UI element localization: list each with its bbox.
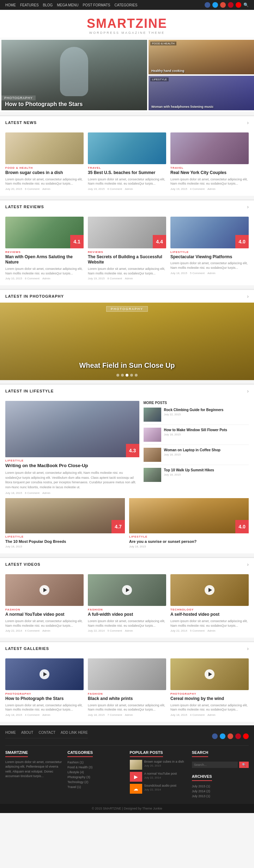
- news-item-3-image[interactable]: [170, 132, 249, 164]
- latest-videos-arrow[interactable]: ›: [247, 562, 249, 567]
- nav-categories[interactable]: CATEGORIES: [115, 3, 138, 7]
- lifestyle-side-item-4[interactable]: Top 10 Walk Up Summit Hikes July 18, 201…: [144, 468, 249, 485]
- nav-mega-menu[interactable]: MEGA MENU: [57, 3, 78, 7]
- gallery-item-1-image[interactable]: [5, 658, 84, 690]
- footer-youtube-icon[interactable]: [243, 733, 249, 739]
- video-play-btn-2[interactable]: [122, 585, 132, 595]
- review-item-3-image[interactable]: 4.0: [170, 217, 249, 248]
- footer-cat-4[interactable]: Photography (3): [67, 775, 124, 780]
- news-item-3-title[interactable]: Real New York City Couples: [170, 170, 249, 176]
- latest-lifestyle-arrow[interactable]: ›: [247, 388, 249, 394]
- footer-nav-about[interactable]: ABOUT: [21, 731, 33, 734]
- nav-post-formats[interactable]: POST FORMATS: [83, 3, 110, 7]
- video-item-2-title[interactable]: A full-width video post: [88, 612, 166, 618]
- footer-archive-3[interactable]: July 2013 (1): [192, 794, 249, 799]
- gallery-item-1-title[interactable]: How to Photograph the Stars: [5, 696, 84, 702]
- review-item-3-meta: July 18, 2015 5 Comment Admin: [170, 272, 249, 275]
- slider-dot-2[interactable]: [121, 374, 124, 377]
- slider-dot-5[interactable]: [135, 374, 138, 377]
- slider-dot-4[interactable]: [130, 374, 133, 377]
- footer-cat-3[interactable]: Lifestyle (4): [67, 770, 124, 775]
- news-item-3: TRAVEL Real New York City Couples Lorem …: [170, 132, 249, 191]
- footer-pinterest-icon[interactable]: [235, 733, 241, 739]
- latest-videos-title: LATEST VIDEOS: [5, 562, 41, 566]
- slider-dot-3[interactable]: [126, 374, 128, 377]
- video-item-1-title[interactable]: A normal YouTube video post: [5, 612, 84, 618]
- top-navigation[interactable]: HOME FEATURES BLOG MEGA MENU POST FORMAT…: [0, 0, 254, 10]
- footer-archive-1[interactable]: July 2015 (1): [192, 784, 249, 789]
- footer-nav-home[interactable]: HOME: [5, 731, 16, 734]
- footer-facebook-icon[interactable]: [212, 733, 218, 739]
- youtube-icon[interactable]: [236, 2, 241, 8]
- footer-nav-contact[interactable]: CONTACT: [38, 731, 55, 734]
- footer-popular-item-2[interactable]: ▶ A normal YouTube post July 22, 2014: [130, 772, 187, 782]
- footer-search-input[interactable]: [192, 762, 238, 768]
- gallery-item-2-title[interactable]: Black and white prints: [88, 696, 166, 702]
- gallery-play-btn-1[interactable]: [40, 669, 49, 679]
- footer-cat-6[interactable]: Travel (1): [67, 785, 124, 789]
- news-item-2-title[interactable]: 35 Best U.S. beaches for Summer: [88, 170, 166, 176]
- video-play-btn-1[interactable]: [40, 585, 49, 595]
- gallery-item-1-category: PHOTOGRAPHY: [5, 692, 84, 695]
- nav-home[interactable]: HOME: [5, 3, 16, 7]
- search-icon[interactable]: 🔍: [243, 2, 249, 7]
- twitter-icon[interactable]: [212, 2, 218, 8]
- review-item-2-title[interactable]: The Secrets of Building a Successful Web…: [88, 254, 166, 265]
- gallery-play-btn-3[interactable]: [205, 669, 214, 679]
- lifestyle-second-title-1[interactable]: The 10 Most Popular Dog Breeds: [5, 539, 125, 544]
- site-logo[interactable]: SMARTZINE: [0, 16, 254, 31]
- lifestyle-second-image-1[interactable]: 4.7: [5, 498, 125, 533]
- footer-twitter-icon[interactable]: [220, 733, 225, 739]
- lifestyle-second-title-2[interactable]: Are you a sunrise or sunset person?: [129, 539, 249, 544]
- gallery-item-3-title[interactable]: Cereal moving by the wind: [170, 696, 249, 702]
- lifestyle-second-image-2[interactable]: 4.0: [129, 498, 249, 533]
- footer-archive-2[interactable]: July 2014 (2): [192, 789, 249, 794]
- review-item-3-title[interactable]: Spectacular Viewing Platforms: [170, 254, 249, 260]
- footer-nav-addlink[interactable]: ADD LINK HERE: [61, 731, 88, 734]
- video-item-3-title[interactable]: A self-hosted video post: [170, 612, 249, 618]
- news-item-1-image[interactable]: [5, 132, 84, 164]
- latest-photography-arrow[interactable]: ›: [247, 293, 249, 299]
- nav-features[interactable]: FEATURES: [20, 3, 39, 7]
- lifestyle-side-item-2[interactable]: How to Make Window Sill Flower Pots July…: [144, 428, 249, 445]
- video-item-1-image[interactable]: [5, 574, 84, 606]
- hero-main-image[interactable]: PHOTOGRAPHY How to Photograph the Stars: [1, 40, 147, 110]
- hero-side-item-2[interactable]: LIFESTYLE Woman with headphones listenin…: [149, 76, 254, 110]
- lifestyle-side-item-1[interactable]: Rock Climbing Guide for Beginners July 2…: [144, 408, 249, 425]
- review-item-1-image[interactable]: 4.1: [5, 217, 84, 248]
- lifestyle-side-item-3[interactable]: Woman on Laptop in Coffee Shop July 18, …: [144, 448, 249, 465]
- video-item-3-image[interactable]: [170, 574, 249, 606]
- lifestyle-main-title[interactable]: Writing on the MacBook Pro Close-Up: [5, 463, 139, 469]
- facebook-icon[interactable]: [205, 2, 210, 8]
- slider-dot-1[interactable]: [116, 374, 119, 377]
- footer-cat-5[interactable]: Technology (2): [67, 780, 124, 785]
- review-item-2-image[interactable]: 4.4: [88, 217, 166, 248]
- googleplus-icon[interactable]: [220, 2, 226, 8]
- footer-search-button[interactable]: 🔍: [239, 762, 249, 768]
- nav-blog[interactable]: BLOG: [43, 3, 53, 7]
- footer-cat-1[interactable]: Fashion (1): [67, 760, 124, 765]
- video-item-2-image[interactable]: [88, 574, 166, 606]
- photo-slider[interactable]: PHOTOGRAPHY Wheat Field in Sun Close Up: [0, 303, 254, 380]
- news-item-1-title[interactable]: Brown sugar cubes in a dish: [5, 170, 84, 176]
- footer-googleplus-icon[interactable]: [228, 733, 233, 739]
- footer-popular-item-1[interactable]: Brown sugar cubes in a dish July 20, 201…: [130, 760, 187, 770]
- footer-col-popular: POPULAR POSTS Brown sugar cubes in a dis…: [130, 750, 187, 799]
- news-item-2-image[interactable]: [88, 132, 166, 164]
- latest-galleries-arrow[interactable]: ›: [247, 646, 249, 651]
- lifestyle-side-thumb-3: [144, 448, 161, 462]
- footer-popular-item-3[interactable]: ☁ Soundcloud audio post July 22, 2014: [130, 784, 187, 794]
- video-item-1-author: Admin: [42, 629, 50, 632]
- video-play-btn-3[interactable]: [205, 585, 214, 595]
- footer-cat-2[interactable]: Food & Health (3): [67, 765, 124, 770]
- gallery-item-2-meta: July 18, 2015 7 Comment Admin: [88, 713, 166, 717]
- pinterest-icon[interactable]: [228, 2, 234, 8]
- lifestyle-main-image[interactable]: 4.3: [5, 401, 139, 457]
- slider-dots[interactable]: [116, 374, 138, 377]
- gallery-item-2-image[interactable]: [88, 658, 166, 690]
- latest-news-arrow[interactable]: ›: [247, 120, 249, 125]
- hero-side-item-1[interactable]: FOOD & HEALTH Healthy hand cooking: [149, 40, 254, 74]
- latest-reviews-arrow[interactable]: ›: [247, 204, 249, 210]
- gallery-item-3-image[interactable]: [170, 658, 249, 690]
- review-item-1-title[interactable]: Man with Open Arms Saluting the Nature: [5, 254, 84, 265]
